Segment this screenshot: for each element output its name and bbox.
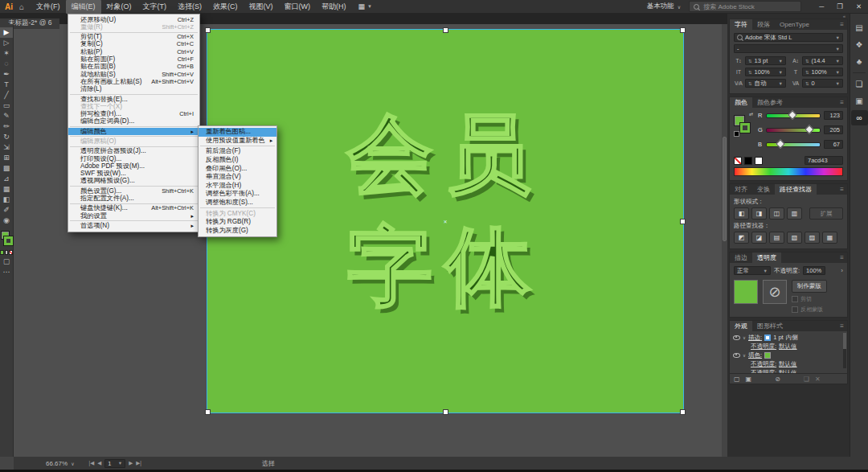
edit-colors-submenu-item[interactable]: 前后混合(F): [199, 147, 276, 156]
minimize-button[interactable]: ─: [813, 2, 830, 10]
edit-colors-submenu-item[interactable]: 调整饱和度(S)...: [199, 199, 276, 207]
panel-menu-icon[interactable]: ≡: [840, 97, 847, 108]
minus-back-icon[interactable]: ▦: [822, 232, 837, 244]
kerning-field[interactable]: ⇅自动▼: [745, 79, 786, 88]
edit-menu-item[interactable]: 编辑颜色▸: [68, 128, 199, 135]
symbols-panel-icon[interactable]: ♣: [851, 54, 868, 69]
menubar-item[interactable]: 窗口(W): [279, 0, 317, 14]
r-slider[interactable]: [766, 113, 821, 118]
selection-handle[interactable]: [205, 409, 211, 415]
opacity-value[interactable]: 默认值: [779, 360, 797, 368]
appearance-scrollbar[interactable]: [843, 333, 846, 368]
edit-menu-item[interactable]: 查找和替换(E)...: [68, 96, 199, 103]
menubar-item[interactable]: 帮助(H): [316, 0, 352, 14]
artboards-panel-icon[interactable]: ❏: [851, 76, 868, 92]
next-artboard-button[interactable]: ▶: [129, 460, 133, 466]
edit-menu-item[interactable]: 首选项(N)▸: [68, 222, 199, 229]
close-button[interactable]: ✕: [850, 2, 868, 10]
intersect-icon[interactable]: ◫: [769, 207, 784, 220]
artboard[interactable]: 会员 字体 ✕: [207, 30, 683, 412]
b-slider[interactable]: [766, 142, 821, 147]
stepper-icon[interactable]: ⇅: [805, 81, 809, 86]
clip-checkbox[interactable]: 剪切: [792, 295, 827, 303]
color-themes-panel-icon[interactable]: ▤: [851, 20, 868, 35]
minus-front-icon[interactable]: ◨: [751, 207, 767, 220]
menubar-item[interactable]: 编辑(E): [66, 0, 101, 14]
font-style-select[interactable]: - ▼: [734, 44, 843, 53]
edit-menu-item[interactable]: 键盘快捷键(K)...Alt+Shift+Ctrl+K: [68, 205, 199, 212]
edit-menu-item[interactable]: 我的设置▸: [68, 212, 199, 220]
edit-colors-submenu-item[interactable]: 转换为 CMYK(C): [199, 209, 276, 218]
stock-search-input[interactable]: 搜索 Adobe Stock: [689, 1, 801, 12]
edit-menu-item[interactable]: 还原移动(U)Ctrl+Z: [68, 16, 199, 23]
stroke-label[interactable]: 描边:: [748, 334, 762, 342]
stepper-icon[interactable]: ⇅: [805, 59, 809, 64]
zoom-level-select[interactable]: 66.67% ∨: [46, 460, 75, 467]
edit-menu-item[interactable]: 透视网格预设(G)...: [68, 178, 199, 185]
r-value-field[interactable]: 123: [824, 111, 843, 120]
stroke-swatch[interactable]: [4, 236, 13, 245]
color-chip[interactable]: [0, 250, 4, 255]
tracking-field[interactable]: ⇅0▼: [802, 79, 843, 88]
outline-icon[interactable]: ▨: [805, 232, 820, 244]
last-artboard-button[interactable]: ▶|: [136, 460, 141, 466]
home-icon[interactable]: ⌂: [19, 2, 31, 11]
canvas-vertical-scrollbar[interactable]: [722, 24, 727, 457]
line-segment-tool[interactable]: ╱: [0, 90, 13, 101]
tab-transparency[interactable]: 描边: [730, 252, 752, 263]
g-slider[interactable]: [766, 128, 821, 133]
edit-menu-item[interactable]: 编辑原稿(O): [68, 137, 199, 145]
size-field[interactable]: ⇅13 pt▼: [745, 56, 786, 65]
fill-label[interactable]: 填色:: [748, 351, 762, 359]
stepper-icon[interactable]: ⇅: [748, 81, 752, 86]
tab-color[interactable]: 颜色: [730, 97, 752, 108]
menubar-item[interactable]: 对象(O): [101, 0, 137, 14]
edit-colors-submenu-item[interactable]: 叠印黑色(O)...: [199, 164, 276, 173]
merge-icon[interactable]: ▤: [769, 232, 784, 244]
stepper-icon[interactable]: ⇅: [805, 70, 809, 75]
edit-menu-item[interactable]: 清除(L): [68, 86, 199, 93]
stepper-icon[interactable]: ⇅: [748, 70, 752, 75]
hex-value-field[interactable]: 7acd43: [805, 156, 843, 165]
stroke-swatch[interactable]: [740, 123, 750, 133]
edit-colors-submenu-item[interactable]: 转换为 RGB(R): [199, 218, 276, 227]
panel-menu-icon[interactable]: ≡: [840, 321, 847, 331]
opacity-label[interactable]: 不透明度:: [751, 343, 776, 351]
blend-mode-select[interactable]: 正常 ▼: [734, 266, 771, 275]
divide-icon[interactable]: ◩: [734, 232, 749, 244]
rectangle-tool[interactable]: ▭: [0, 101, 13, 111]
swap-fill-stroke-icon[interactable]: ⇄: [749, 111, 753, 117]
menubar-item[interactable]: 选择(S): [172, 0, 207, 14]
crop-icon[interactable]: ▧: [787, 232, 802, 244]
white-swatch[interactable]: [755, 157, 763, 165]
edit-menu-item[interactable]: 编辑自定词典(D)...: [68, 118, 199, 125]
chevron-right-icon[interactable]: ›: [841, 267, 843, 274]
scale-tool[interactable]: ⇲: [0, 142, 13, 153]
direct-selection-tool[interactable]: ▷: [0, 38, 13, 48]
fill-color-swatch[interactable]: [764, 352, 771, 359]
tab-character[interactable]: 段落: [752, 19, 775, 30]
make-mask-button[interactable]: 制作蒙版: [792, 280, 827, 293]
links-panel-icon[interactable]: ∞: [851, 110, 868, 125]
appearance-opacity-row[interactable]: 不透明度:默认值: [731, 368, 841, 373]
mesh-tool[interactable]: ▦: [0, 184, 13, 195]
panel-menu-icon[interactable]: ≡: [840, 19, 847, 30]
shape-builder-tool[interactable]: ▩: [0, 163, 13, 174]
edit-menu-item[interactable]: 打印预设(Q)...: [68, 155, 199, 162]
tab-pathfinder[interactable]: 变换: [752, 184, 775, 195]
selection-handle[interactable]: [443, 27, 448, 33]
layers-panel-icon[interactable]: ▣: [851, 93, 868, 109]
tab-character[interactable]: 字符: [730, 19, 752, 30]
fill-stroke-widget[interactable]: ⇄: [734, 111, 753, 137]
tab-pathfinder[interactable]: 对齐: [730, 184, 752, 195]
artboard-number-select[interactable]: 1 ▼: [104, 459, 125, 468]
exclude-icon[interactable]: ▥: [787, 207, 802, 220]
object-thumbnail[interactable]: [734, 280, 758, 304]
visibility-eye-icon[interactable]: [733, 335, 740, 340]
menubar-item[interactable]: 文字(T): [137, 0, 173, 14]
tab-transparency[interactable]: 透明度: [752, 252, 781, 263]
expand-caret-icon[interactable]: ∨: [743, 335, 746, 340]
selection-handle[interactable]: [680, 219, 686, 224]
expand-button[interactable]: 扩展: [809, 207, 843, 220]
lasso-tool[interactable]: ◌: [0, 59, 13, 69]
